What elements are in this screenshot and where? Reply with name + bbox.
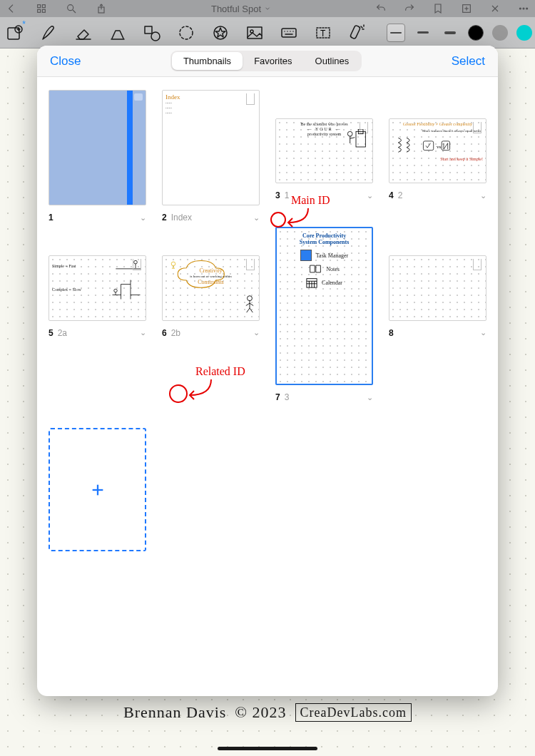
stroke-thick[interactable] [441,24,459,42]
page-thumb-5[interactable]: Simple = Fast Complex = Slow 5 2a ⌄ [49,227,146,402]
share-icon[interactable] [96,3,107,14]
view-segmented-control: Thumbnails Favorites Outlines [170,51,362,71]
svg-rect-2 [38,9,41,12]
color-gray[interactable] [492,25,508,41]
page-number: 8 [389,328,394,338]
document-title-label: Thotful Spot [211,4,261,14]
svg-line-39 [350,138,355,139]
svg-rect-28 [282,29,296,37]
svg-line-5 [73,10,76,13]
chevron-down-icon[interactable]: ⌄ [480,191,486,200]
chevron-down-icon[interactable]: ⌄ [140,213,146,223]
sheet-body[interactable]: 1 ⌄ Index·················· 2 Index ⌄ [37,77,498,696]
svg-rect-1 [42,5,45,8]
page-number: 5 [49,328,54,338]
highlighter-icon[interactable] [108,24,127,42]
sheet-header: Close Thumbnails Favorites Outlines Sele… [37,46,498,77]
svg-rect-42 [423,141,433,150]
page-thumb-6[interactable]: Creativity is born out of working within… [162,227,260,402]
more-icon[interactable] [518,3,529,14]
color-teal[interactable] [516,25,532,41]
back-icon[interactable] [6,3,17,14]
home-indicator [218,747,317,750]
svg-rect-3 [42,9,45,12]
page-number: 1 [49,213,54,223]
eraser-icon[interactable] [74,24,93,42]
page-number: 3 [275,190,280,200]
seg-outlines[interactable]: Outlines [304,52,361,70]
text-box-icon[interactable]: T [314,24,332,42]
magic-icon[interactable] [348,24,367,42]
close-icon[interactable] [489,3,501,14]
lasso-icon[interactable] [177,24,195,42]
page-number: 2 [162,213,167,223]
svg-rect-36 [350,25,361,39]
page-thumb-2[interactable]: Index·················· 2 Index ⌄ [162,90,260,223]
seg-favorites[interactable]: Favorites [243,52,303,70]
pages-sheet: Close Thumbnails Favorites Outlines Sele… [37,46,498,696]
page-number: 7 [275,392,280,402]
svg-point-37 [347,131,352,136]
svg-line-58 [250,303,253,305]
redo-icon[interactable] [404,3,415,14]
svg-point-14 [523,8,524,9]
shapes-icon[interactable] [143,24,161,42]
svg-point-53 [114,290,118,293]
svg-rect-22 [145,26,152,34]
svg-point-4 [68,5,73,11]
svg-line-60 [250,308,253,312]
stroke-thin[interactable] [387,24,405,42]
svg-point-15 [526,8,528,9]
svg-point-23 [151,32,160,41]
svg-rect-44 [442,141,449,150]
svg-point-55 [248,295,253,300]
chevron-down-icon[interactable]: ⌄ [253,213,260,223]
seg-thumbnails[interactable]: Thumbnails [172,52,243,70]
stamp-icon[interactable] [211,24,230,42]
page-thumb-3[interactable]: Be the scientist who proves — YOUR — pro… [275,90,373,223]
image-icon[interactable] [245,24,264,42]
select-button[interactable]: Select [452,54,485,68]
pen-icon[interactable] [40,24,58,42]
add-page-button[interactable] [49,407,146,551]
chevron-down-icon[interactable]: ⌄ [367,393,373,402]
bookmark-icon[interactable] [432,3,444,14]
page-thumb-4[interactable]: Greater Flexibility ≠ Greater complexity… [389,90,486,223]
page-thumb-1[interactable]: 1 ⌄ [49,90,146,223]
zoom-lock-icon[interactable] [6,24,24,42]
svg-rect-26 [248,27,262,39]
add-icon[interactable] [461,3,472,14]
search-icon[interactable] [66,3,77,14]
page-thumb-7[interactable]: Core Productivity System Components Task… [275,227,373,402]
stroke-medium[interactable] [414,24,432,42]
undo-icon[interactable] [375,3,387,14]
close-button[interactable]: Close [50,54,81,68]
svg-line-57 [246,303,250,305]
svg-line-59 [247,308,250,312]
color-black[interactable] [468,25,484,41]
svg-text:T: T [320,29,326,39]
keyboard-icon[interactable] [280,24,298,42]
page-thumb-8[interactable]: 8 ⌄ [389,227,486,402]
chevron-down-icon[interactable]: ⌄ [140,328,146,337]
chevron-down-icon[interactable]: ⌄ [367,191,373,200]
footer-credits: Brennan Davis © 2023 CreaDevLabs.com [0,703,535,722]
svg-rect-0 [38,5,41,8]
document-title[interactable]: Thotful Spot [126,4,357,14]
svg-point-24 [180,26,193,39]
grid-icon[interactable] [36,3,47,14]
svg-text:vs: vs [437,144,442,150]
svg-point-61 [171,262,175,266]
page-number: 6 [162,328,167,338]
chevron-down-icon[interactable]: ⌄ [253,328,260,337]
svg-point-13 [519,8,521,9]
chevron-down-icon[interactable]: ⌄ [480,328,486,337]
page-number: 4 [389,190,394,200]
drawing-toolbar: T [0,17,535,48]
app-menubar: Thotful Spot [0,0,535,17]
